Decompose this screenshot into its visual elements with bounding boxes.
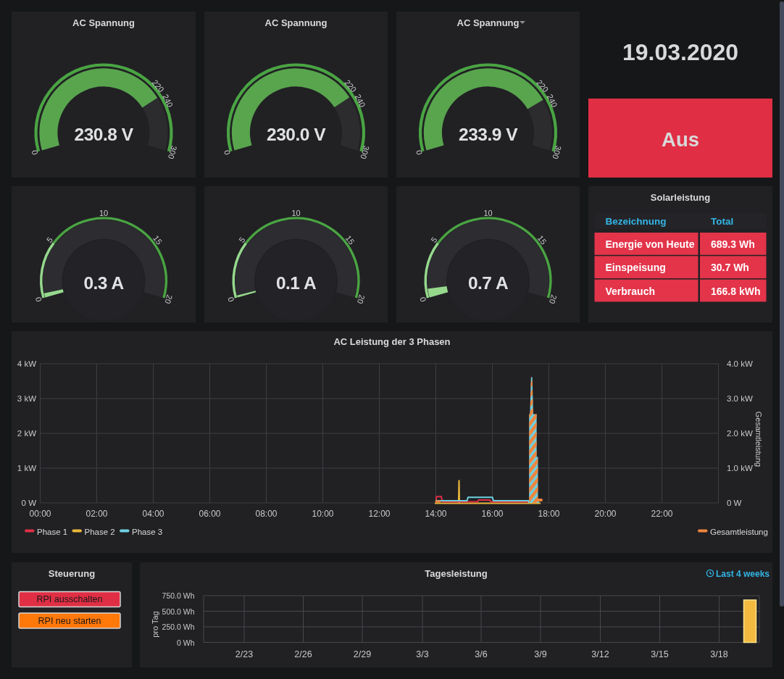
svg-text:3.0 kW: 3.0 kW [727,394,753,403]
svg-text:3/18: 3/18 [710,649,727,659]
svg-text:230.0 V: 230.0 V [267,125,326,144]
svg-text:3 kW: 3 kW [17,394,36,403]
svg-text:0: 0 [222,149,232,156]
svg-text:230.8 V: 230.8 V [75,125,134,144]
svg-text:2/23: 2/23 [235,649,253,659]
svg-text:0.1 A: 0.1 A [276,273,317,293]
svg-text:250.0 Wh: 250.0 Wh [162,622,195,631]
svg-text:30.7 Wh: 30.7 Wh [711,262,749,273]
svg-text:pro Tag: pro Tag [151,611,159,638]
svg-text:233.9 V: 233.9 V [459,125,518,144]
svg-text:Verbrauch: Verbrauch [606,286,655,297]
svg-text:Energie von Heute: Energie von Heute [606,238,695,250]
svg-text:RPI neu starten: RPI neu starten [38,616,101,626]
svg-text:AC Leistung der 3 Phasen: AC Leistung der 3 Phasen [333,336,450,347]
svg-text:0: 0 [226,296,235,303]
svg-text:18:00: 18:00 [538,509,559,519]
svg-text:16:00: 16:00 [481,509,503,519]
svg-text:Aus: Aus [662,128,699,151]
svg-text:14:00: 14:00 [425,509,446,519]
svg-text:0 W: 0 W [22,499,37,507]
svg-text:06:00: 06:00 [199,509,220,519]
svg-text:0.7 A: 0.7 A [468,273,509,293]
svg-text:Bezeichnung: Bezeichnung [606,216,667,227]
svg-text:Phase 3: Phase 3 [132,528,162,536]
svg-text:12:00: 12:00 [368,509,390,519]
svg-text:AC Spannung: AC Spannung [457,17,520,28]
svg-text:0.3 A: 0.3 A [83,273,124,293]
svg-text:AC Spannung: AC Spannung [72,17,135,28]
svg-text:0: 0 [30,149,39,156]
svg-text:Gesamtleistung: Gesamtleistung [710,528,768,536]
svg-text:500.0 Wh: 500.0 Wh [162,607,195,616]
svg-text:Phase 2: Phase 2 [85,528,115,536]
svg-text:240: 240 [546,93,559,109]
svg-text:0: 0 [33,296,43,303]
svg-text:Gesamtleistung: Gesamtleistung [754,412,763,467]
svg-text:689.3 Wh: 689.3 Wh [711,238,755,250]
svg-text:240: 240 [354,93,367,109]
svg-text:20:00: 20:00 [594,509,616,519]
svg-text:0 W: 0 W [727,499,742,507]
svg-text:10: 10 [291,209,300,217]
svg-text:Tagesleistung: Tagesleistung [425,568,488,579]
svg-text:04:00: 04:00 [142,509,164,519]
svg-text:2 kW: 2 kW [17,429,36,438]
svg-text:4 kW: 4 kW [17,359,36,368]
svg-text:Steuerung: Steuerung [49,568,95,579]
svg-text:00:00: 00:00 [29,509,51,519]
svg-text:3/15: 3/15 [651,649,668,659]
svg-text:0: 0 [418,296,428,303]
svg-text:RPI ausschalten: RPI ausschalten [36,594,102,604]
svg-text:10: 10 [99,209,108,217]
svg-text:0 Wh: 0 Wh [177,638,195,647]
svg-text:3/12: 3/12 [591,649,609,659]
svg-text:AC Spannung: AC Spannung [265,17,328,28]
svg-text:1 kW: 1 kW [17,464,36,472]
svg-text:Einspeisung: Einspeisung [606,262,666,273]
svg-text:Total: Total [711,216,733,227]
svg-text:02:00: 02:00 [86,509,107,519]
svg-text:2/26: 2/26 [294,649,312,659]
svg-text:4.0 kW: 4.0 kW [727,359,753,368]
svg-text:10: 10 [483,209,492,217]
svg-text:750.0 Wh: 750.0 Wh [162,591,195,600]
svg-text:3/6: 3/6 [475,649,487,659]
svg-text:Solarleistung: Solarleistung [651,192,710,203]
svg-text:0: 0 [414,149,424,156]
svg-text:22:00: 22:00 [651,509,672,519]
svg-text:Last 4 weeks: Last 4 weeks [716,569,770,579]
svg-text:19.03.2020: 19.03.2020 [622,39,738,65]
svg-text:240: 240 [161,93,175,109]
svg-text:2/29: 2/29 [354,649,371,659]
svg-text:3/3: 3/3 [416,649,428,659]
svg-text:3/9: 3/9 [534,649,546,659]
svg-text:1.0 kW: 1.0 kW [727,464,753,472]
svg-text:Phase 1: Phase 1 [37,528,67,536]
svg-text:10:00: 10:00 [312,509,333,519]
svg-text:166.8 kWh: 166.8 kWh [711,286,760,297]
svg-text:08:00: 08:00 [255,509,277,519]
svg-text:2.0 kW: 2.0 kW [727,429,753,438]
